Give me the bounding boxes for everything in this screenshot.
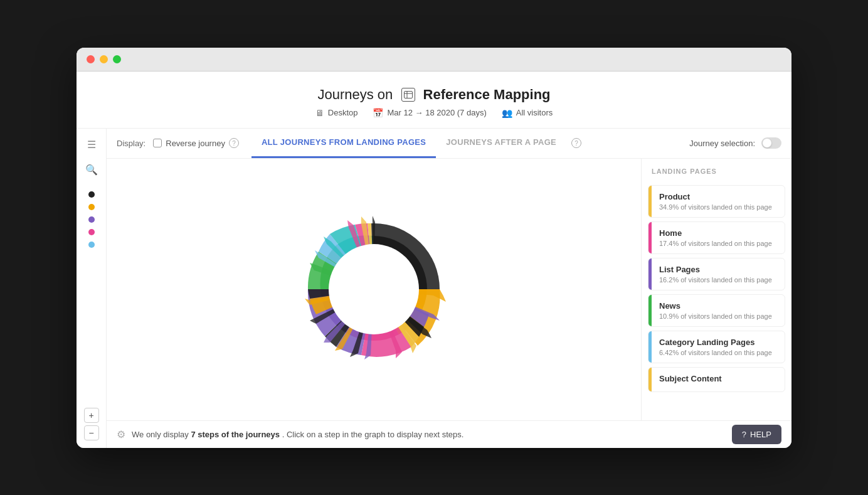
reverse-journey-help[interactable]: ? (229, 138, 239, 148)
bottom-bar-highlight: 7 steps of the journeys (191, 430, 280, 439)
landing-page-stat: 17.4% of visitors landed on this page (659, 240, 777, 247)
landing-page-content: News 10.9% of visitors landed on this pa… (652, 295, 785, 326)
landing-page-content: Home 17.4% of visitors landed on this pa… (652, 222, 785, 253)
users-icon: 👥 (502, 108, 512, 118)
legend-dot-orange (88, 204, 95, 210)
landing-pages-list: Product 34.9% of visitors landed on this… (642, 185, 791, 392)
page-header: Journeys on Reference Mapping 🖥 Deskt (77, 72, 791, 129)
landing-page-name: Category Landing Pages (659, 338, 777, 347)
bottom-bar-text: We only display 7 steps of the journeys … (132, 430, 463, 439)
header-meta: 🖥 Desktop 📅 Mar 12 → 18 2020 (7 days) 👥 … (77, 108, 791, 118)
svg-rect-0 (405, 91, 413, 98)
menu-icon[interactable]: ☰ (83, 136, 100, 154)
landing-page-item[interactable]: List Pages 16.2% of visitors landed on t… (648, 258, 785, 290)
landing-page-stat: 10.9% of visitors landed on this page (659, 312, 777, 320)
sunburst-chart[interactable] (273, 189, 474, 390)
zoom-in-button[interactable]: + (84, 408, 99, 423)
app-window: Journeys on Reference Mapping 🖥 Deskt (77, 48, 791, 448)
zoom-controls: + − (84, 408, 99, 440)
tab-help-icon[interactable]: ? (571, 138, 581, 148)
toggle-knob (763, 139, 771, 147)
zoom-out-button[interactable]: − (84, 425, 99, 440)
landing-page-content: Product 34.9% of visitors landed on this… (652, 186, 785, 217)
landing-page-name: Subject Content (659, 374, 777, 383)
landing-page-content: Category Landing Pages 6.42% of visitors… (652, 331, 785, 363)
svg-point-4 (329, 244, 419, 334)
journey-selection-label: Journey selection: (689, 139, 755, 148)
fullscreen-button[interactable] (113, 55, 121, 63)
help-button[interactable]: ? HELP (732, 425, 781, 444)
journey-selection-toggle[interactable] (761, 137, 781, 149)
legend-dot-lightblue (88, 242, 95, 248)
titlebar (77, 48, 791, 72)
landing-page-item[interactable]: Product 34.9% of visitors landed on this… (648, 185, 785, 218)
right-panel: LANDING PAGES Product 34.9% of visitors … (641, 159, 791, 420)
main-content: Display: Reverse journey ? ALL JOURNEYS … (107, 129, 791, 448)
page-icon (401, 88, 415, 102)
content-area: ☰ 🔍 + − Display: (77, 129, 791, 448)
page-icon-wrapper (401, 87, 423, 102)
bottom-bar: ⚙ We only display 7 steps of the journey… (107, 420, 791, 448)
chart-panel: LANDING PAGES Product 34.9% of visitors … (107, 159, 791, 420)
tabs-right: Journey selection: (689, 137, 781, 149)
audience-meta: 👥 All visitors (502, 108, 553, 118)
landing-page-item[interactable]: Home 17.4% of visitors landed on this pa… (648, 221, 785, 254)
landing-page-stat: 6.42% of visitors landed on this page (659, 349, 777, 356)
tab-journeys-after[interactable]: JOURNEYS AFTER A PAGE (436, 129, 566, 158)
legend-dot-purple (88, 216, 95, 223)
calendar-icon: 📅 (373, 108, 383, 118)
reverse-journey-label: Reverse journey (166, 139, 225, 148)
desktop-icon: 🖥 (315, 108, 324, 118)
landing-page-stat: 34.9% of visitors landed on this page (659, 203, 777, 211)
landing-page-name: Product (659, 192, 777, 201)
legend-dots (88, 191, 95, 248)
landing-page-content: Subject Content (652, 368, 785, 391)
landing-page-name: Home (659, 228, 777, 238)
legend-dot-pink (88, 229, 95, 235)
landing-page-name: List Pages (659, 265, 777, 274)
left-sidebar: ☰ 🔍 + − (77, 129, 107, 448)
landing-page-content: List Pages 16.2% of visitors landed on t… (652, 258, 785, 290)
settings-icon: ⚙ (117, 428, 125, 440)
search-icon[interactable]: 🔍 (83, 161, 100, 179)
landing-pages-header: LANDING PAGES (642, 159, 791, 181)
page-title: Journeys on Reference Mapping (77, 87, 791, 103)
chart-area[interactable] (107, 159, 641, 420)
legend-dot-black (88, 191, 95, 198)
landing-page-name: News (659, 301, 777, 311)
device-meta: 🖥 Desktop (315, 108, 358, 118)
date-meta: 📅 Mar 12 → 18 2020 (7 days) (373, 108, 486, 118)
landing-page-item[interactable]: Category Landing Pages 6.42% of visitors… (648, 331, 785, 363)
reverse-journey-toggle[interactable]: Reverse journey ? (153, 138, 239, 148)
landing-page-stat: 16.2% of visitors landed on this page (659, 276, 777, 284)
landing-page-item[interactable]: Subject Content (648, 367, 785, 392)
close-button[interactable] (87, 55, 95, 63)
reverse-journey-checkbox[interactable] (153, 139, 162, 147)
display-label: Display: (117, 139, 146, 148)
tab-all-journeys[interactable]: ALL JOURNEYS FROM LANDING PAGES (251, 129, 436, 158)
minimize-button[interactable] (100, 55, 108, 63)
tabs-bar: Display: Reverse journey ? ALL JOURNEYS … (107, 129, 791, 159)
help-circle-icon: ? (742, 430, 746, 439)
app-body: Journeys on Reference Mapping 🖥 Deskt (77, 72, 791, 448)
landing-page-item[interactable]: News 10.9% of visitors landed on this pa… (648, 294, 785, 327)
